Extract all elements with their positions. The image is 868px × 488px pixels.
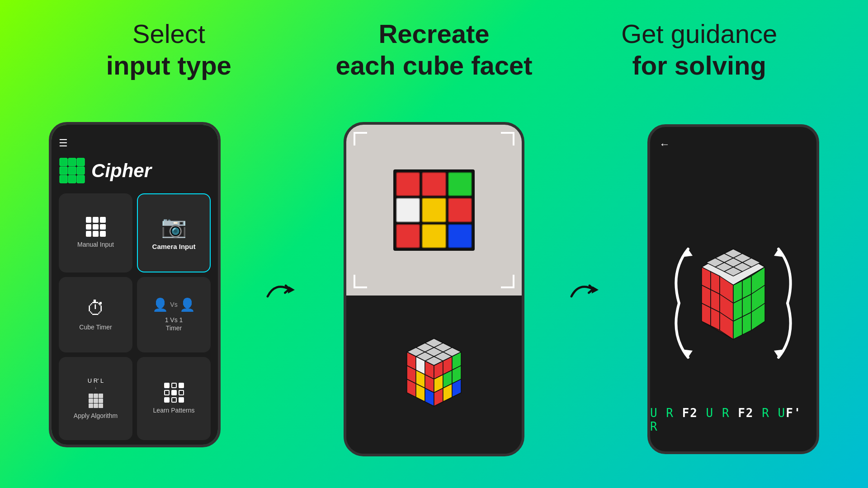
header-title-1: Selectinput type (36, 18, 302, 81)
camera-screen (346, 125, 522, 296)
svg-rect-18 (99, 404, 103, 408)
grid-buttons: Manual Input 📷 Camera Input ⏱ Cube Timer (52, 189, 218, 445)
svg-rect-2 (68, 158, 76, 166)
app-logo-icon (59, 157, 86, 184)
app-brand: Cipher (52, 153, 218, 189)
svg-rect-12 (99, 394, 103, 398)
apply-algo-btn[interactable]: U R' L ↓ (59, 357, 132, 440)
camera-icon: 📷 (161, 214, 187, 239)
solution-cube-svg (665, 226, 801, 380)
back-arrow-icon[interactable]: ← (659, 138, 670, 150)
header-title-2: Recreate each cube facet (302, 18, 567, 81)
phone-1: ☰ (49, 122, 221, 447)
grid-icon (86, 217, 106, 237)
header-col-2: Recreate each cube facet (302, 18, 567, 81)
vs-timer-btn[interactable]: 👤Vs👤 1 Vs 1Timer (137, 277, 211, 352)
svg-rect-4 (60, 167, 67, 174)
svg-rect-15 (99, 399, 103, 403)
cube-timer-label: Cube Timer (79, 323, 112, 331)
svg-rect-9 (77, 175, 85, 183)
section-2 (344, 122, 524, 456)
svg-rect-6 (77, 167, 85, 174)
section-1: ☰ (49, 131, 221, 447)
manual-input-btn[interactable]: Manual Input (59, 193, 132, 272)
phone-2 (344, 122, 524, 456)
svg-marker-19 (288, 286, 295, 293)
corner-br-icon (501, 275, 514, 288)
section-3: ← (647, 124, 819, 454)
main-row: ☰ (0, 90, 868, 488)
header-col-3: Get guidancefor solving (566, 18, 832, 81)
vs-icon: 👤Vs👤 (152, 297, 195, 312)
camera-input-btn[interactable]: 📷 Camera Input (137, 193, 211, 272)
corner-tr-icon (501, 132, 514, 145)
svg-rect-16 (89, 404, 93, 408)
svg-marker-50 (592, 286, 599, 293)
corner-bl-icon (354, 275, 367, 288)
svg-rect-10 (89, 394, 93, 398)
svg-rect-17 (94, 404, 98, 408)
svg-rect-1 (60, 158, 67, 166)
svg-rect-8 (68, 175, 76, 183)
arrow-2-container (568, 271, 604, 307)
learn-patterns-btn[interactable]: Learn Patterns (137, 357, 211, 440)
svg-rect-3 (77, 158, 85, 166)
phone-1-screen: ☰ (52, 125, 218, 445)
corner-tl-icon (354, 132, 367, 145)
app-name-label: Cipher (91, 160, 151, 182)
cube-model-screen (346, 296, 522, 453)
solution-text: U R F2 U R F2 R UF' R (650, 406, 816, 433)
phone-3-header: ← (650, 127, 816, 155)
learn-patterns-label: Learn Patterns (153, 406, 195, 414)
svg-rect-14 (94, 399, 98, 403)
algo-cube-svg (87, 392, 105, 408)
phone-1-header: ☰ (52, 134, 218, 153)
header-col-1: Selectinput type (36, 18, 302, 81)
vs-timer-label: 1 Vs 1Timer (165, 316, 183, 332)
svg-rect-7 (60, 175, 67, 183)
phone-3: ← (647, 124, 819, 454)
header-title-3: Get guidancefor solving (566, 18, 832, 81)
hamburger-icon: ☰ (59, 137, 211, 149)
svg-rect-13 (89, 399, 93, 403)
svg-rect-11 (94, 394, 98, 398)
rubik-photo-grid (393, 169, 475, 251)
svg-rect-5 (68, 167, 76, 174)
arrow-1-icon (264, 271, 300, 307)
header-row: Selectinput type Recreate each cube face… (0, 0, 868, 90)
manual-input-label: Manual Input (77, 240, 114, 249)
pattern-icon (164, 383, 184, 403)
cube-3d-svg (389, 329, 479, 420)
arrow-2-icon (568, 271, 604, 307)
camera-input-label: Camera Input (152, 242, 196, 251)
algo-icon: U R' L ↓ (87, 377, 105, 408)
arrow-1-container (264, 271, 300, 307)
apply-algo-label: Apply Algorithm (74, 412, 118, 420)
timer-icon: ⏱ (86, 298, 105, 319)
cube-timer-btn[interactable]: ⏱ Cube Timer (59, 277, 132, 352)
